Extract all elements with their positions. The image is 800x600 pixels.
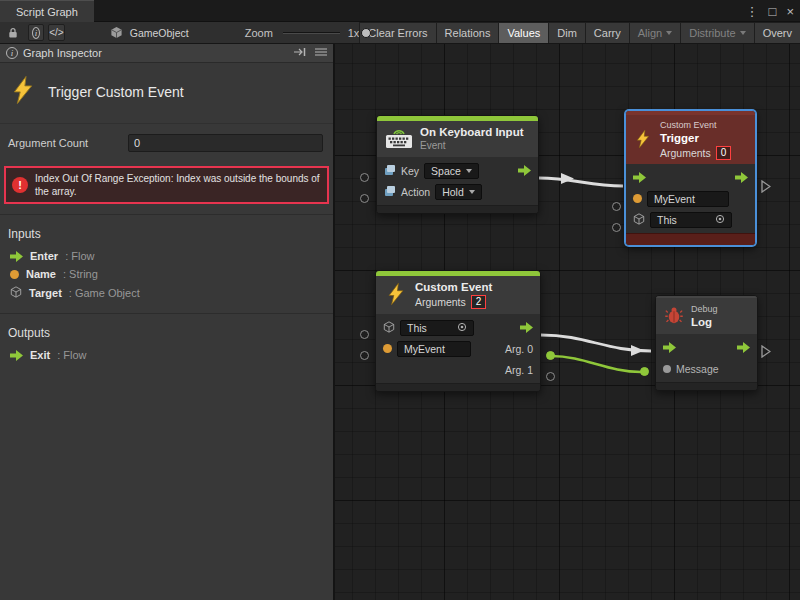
node-footer xyxy=(377,205,538,213)
port-circle-trigger-name[interactable] xyxy=(612,202,621,211)
graph-canvas[interactable]: On Keyboard Input Event Key Space Action… xyxy=(335,44,800,600)
kebab-menu-icon[interactable]: ⋮ xyxy=(746,4,759,19)
zoom-slider-track[interactable] xyxy=(283,32,340,34)
inspector-title-block: Trigger Custom Event xyxy=(0,63,333,124)
string-port-icon[interactable] xyxy=(633,194,642,203)
node-category: Debug xyxy=(691,303,718,316)
node-footer xyxy=(376,383,540,391)
zoom-slider[interactable] xyxy=(283,26,340,40)
cube-icon xyxy=(10,286,22,300)
error-message-box: ! Index Out Of Range Exception: Index wa… xyxy=(4,166,329,204)
arguments-count-badge: 0 xyxy=(716,146,732,160)
arguments-label: Arguments xyxy=(415,296,466,309)
relations-button[interactable]: Relations xyxy=(436,22,499,44)
event-name-field[interactable]: MyEvent xyxy=(647,191,729,207)
flow-in-icon[interactable] xyxy=(663,342,676,353)
object-picker-icon[interactable] xyxy=(715,213,725,227)
debug-exit-port[interactable] xyxy=(761,345,771,358)
carry-button[interactable]: Carry xyxy=(585,22,629,44)
outputs-header: Outputs xyxy=(0,318,333,346)
lock-icon[interactable] xyxy=(5,24,21,42)
message-port-icon[interactable] xyxy=(663,365,671,373)
flow-out-icon[interactable] xyxy=(520,322,533,333)
node-footer xyxy=(656,382,757,390)
port-circle-event-name[interactable] xyxy=(360,351,369,360)
presets-menu-icon[interactable] xyxy=(315,47,327,59)
port-label-arg1: Arg. 1 xyxy=(505,364,533,376)
chevron-down-icon xyxy=(740,31,746,35)
maximize-icon[interactable]: □ xyxy=(769,4,777,19)
unity-window: Script Graph ⋮ □ × i </> GameObject Zoom… xyxy=(0,0,800,600)
gameobject-selector[interactable]: GameObject xyxy=(109,24,189,42)
tab-bar: Script Graph ⋮ □ × xyxy=(0,0,800,22)
port-circle-event-target[interactable] xyxy=(360,330,369,339)
object-picker-icon[interactable] xyxy=(457,321,467,335)
flow-out-icon[interactable] xyxy=(735,172,748,183)
dock-icon[interactable] xyxy=(294,47,307,59)
arguments-count-badge: 2 xyxy=(471,295,487,309)
cube-icon[interactable] xyxy=(383,321,395,335)
page-title: Trigger Custom Event xyxy=(48,84,184,100)
node-title: On Keyboard Input xyxy=(420,126,524,139)
port-circle-arg1[interactable] xyxy=(546,372,555,381)
trigger-exit-port[interactable] xyxy=(761,180,771,193)
cube-icon[interactable] xyxy=(633,213,645,227)
divider xyxy=(0,214,333,215)
port-circle-trigger-target[interactable] xyxy=(612,223,621,232)
chevron-down-icon xyxy=(666,31,672,35)
tab-script-graph[interactable]: Script Graph xyxy=(0,0,94,22)
zoom-slider-knob[interactable] xyxy=(361,28,371,38)
flow-out-icon[interactable] xyxy=(518,165,531,176)
node-custom-event[interactable]: Custom Event Arguments2 This MyEvent Arg xyxy=(375,270,541,392)
input-port-name: Name : String xyxy=(0,265,333,283)
node-on-keyboard-input[interactable]: On Keyboard Input Event Key Space Action… xyxy=(376,115,539,214)
argument-count-input[interactable] xyxy=(128,134,323,152)
error-message-text: Index Out Of Range Exception: Index was … xyxy=(35,172,321,198)
port-label-arg0: Arg. 0 xyxy=(505,343,533,355)
target-field[interactable]: This xyxy=(650,212,732,228)
chevron-down-icon xyxy=(466,169,472,173)
argument-count-label: Argument Count xyxy=(8,137,128,149)
close-icon[interactable]: × xyxy=(786,4,794,19)
flow-arrow-icon xyxy=(10,350,23,361)
port-circle-action[interactable] xyxy=(360,194,369,203)
zoom-value: 1x xyxy=(348,27,360,39)
node-title: Trigger xyxy=(660,132,731,145)
overview-button[interactable]: Overv xyxy=(754,22,800,44)
lightning-bolt-icon xyxy=(633,129,653,151)
info-toggle-icon[interactable]: i xyxy=(28,24,44,41)
node-trigger-custom-event[interactable]: Custom Event Trigger Arguments0 MyEvent xyxy=(625,110,756,246)
keycode-type-icon xyxy=(384,185,396,199)
bug-icon xyxy=(664,305,684,327)
input-port-target: Target : Game Object xyxy=(0,283,333,303)
keycode-type-icon xyxy=(384,164,396,178)
string-port-icon[interactable] xyxy=(383,344,392,353)
input-port-enter: Enter : Flow xyxy=(0,247,333,265)
port-label-action: Action xyxy=(401,186,430,198)
arguments-label: Arguments xyxy=(660,147,711,160)
keyboard-icon xyxy=(385,127,413,151)
flow-arrow-icon xyxy=(10,251,23,262)
port-label-key: Key xyxy=(401,165,419,177)
port-circle-message-connected[interactable] xyxy=(640,367,649,376)
inspector-header-title: Graph Inspector xyxy=(23,47,102,59)
event-name-field[interactable]: MyEvent xyxy=(397,341,471,357)
port-label-message: Message xyxy=(676,363,719,375)
key-dropdown[interactable]: Space xyxy=(424,163,479,179)
unity-cube-icon xyxy=(109,24,125,42)
code-icon[interactable]: </> xyxy=(48,24,65,41)
port-circle-arg0-connected[interactable] xyxy=(546,351,555,360)
node-debug-log[interactable]: Debug Log Message xyxy=(655,295,758,391)
lightning-bolt-icon xyxy=(384,282,408,308)
distribute-dropdown[interactable]: Distribute xyxy=(680,22,753,44)
target-field[interactable]: This xyxy=(400,320,474,336)
action-dropdown[interactable]: Hold xyxy=(435,184,482,200)
flow-out-icon[interactable] xyxy=(737,342,750,353)
dim-button[interactable]: Dim xyxy=(548,22,585,44)
node-title: Log xyxy=(691,316,718,329)
node-footer xyxy=(626,233,755,245)
values-button[interactable]: Values xyxy=(498,22,548,44)
port-circle-key[interactable] xyxy=(360,173,369,182)
align-dropdown[interactable]: Align xyxy=(629,22,680,44)
flow-in-icon[interactable] xyxy=(633,172,646,183)
